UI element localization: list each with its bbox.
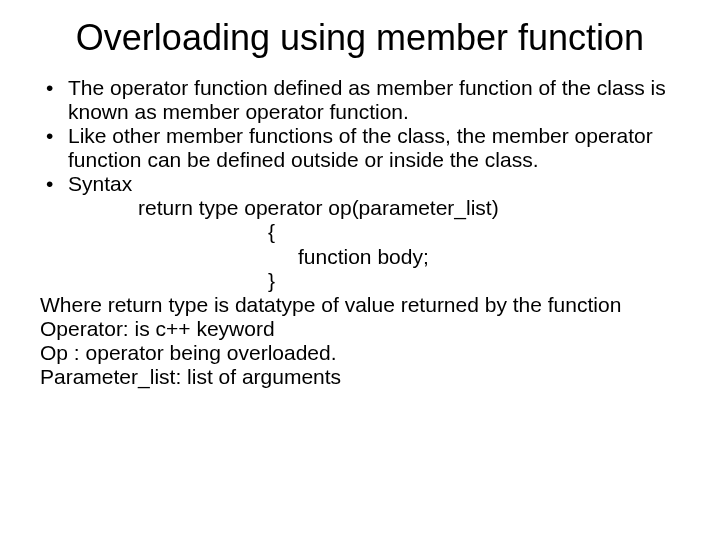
- slide: Overloading using member function The op…: [0, 0, 720, 540]
- bullet-item: The operator function defined as member …: [40, 76, 680, 124]
- slide-body: The operator function defined as member …: [40, 76, 680, 390]
- syntax-line: }: [68, 269, 680, 293]
- trail-line: Where return type is datatype of value r…: [40, 293, 680, 317]
- trail-line: Op : operator being overloaded.: [40, 341, 680, 365]
- syntax-line: {: [68, 220, 680, 244]
- trail-line: Parameter_list: list of arguments: [40, 365, 680, 389]
- bullet-item: Like other member functions of the class…: [40, 124, 680, 172]
- bullet-list: The operator function defined as member …: [40, 76, 680, 197]
- trail-block: Where return type is datatype of value r…: [40, 293, 680, 390]
- bullet-item: Syntax: [40, 172, 680, 196]
- slide-title: Overloading using member function: [40, 18, 680, 58]
- syntax-line: function body;: [68, 245, 680, 269]
- trail-line: Operator: is c++ keyword: [40, 317, 680, 341]
- syntax-block: return type operator op(parameter_list) …: [40, 196, 680, 293]
- syntax-line: return type operator op(parameter_list): [68, 196, 680, 220]
